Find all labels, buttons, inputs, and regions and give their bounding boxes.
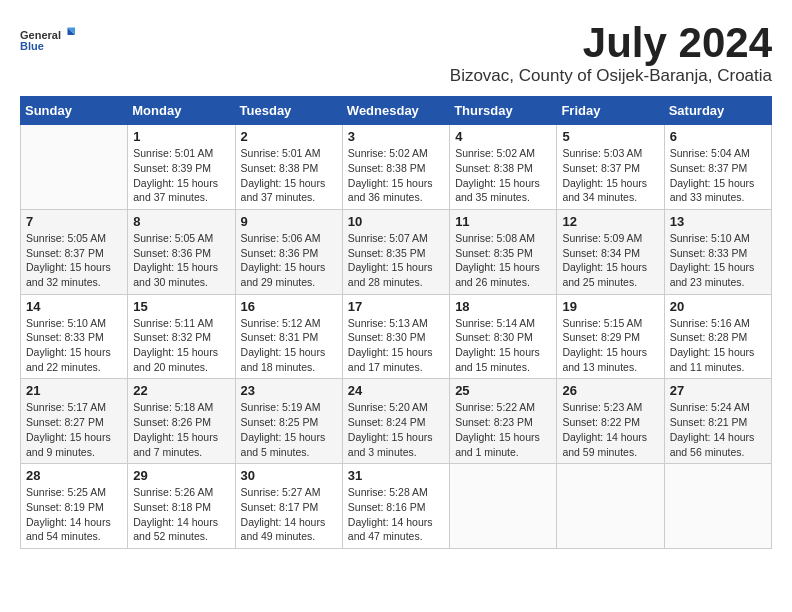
day-info: Sunrise: 5:02 AM Sunset: 8:38 PM Dayligh… <box>348 146 444 205</box>
calendar-cell: 10Sunrise: 5:07 AM Sunset: 8:35 PM Dayli… <box>342 209 449 294</box>
calendar-cell: 16Sunrise: 5:12 AM Sunset: 8:31 PM Dayli… <box>235 294 342 379</box>
day-number: 15 <box>133 299 229 314</box>
day-number: 9 <box>241 214 337 229</box>
calendar-cell: 8Sunrise: 5:05 AM Sunset: 8:36 PM Daylig… <box>128 209 235 294</box>
calendar-cell: 30Sunrise: 5:27 AM Sunset: 8:17 PM Dayli… <box>235 464 342 549</box>
day-info: Sunrise: 5:03 AM Sunset: 8:37 PM Dayligh… <box>562 146 658 205</box>
day-info: Sunrise: 5:20 AM Sunset: 8:24 PM Dayligh… <box>348 400 444 459</box>
week-row-1: 1Sunrise: 5:01 AM Sunset: 8:39 PM Daylig… <box>21 125 772 210</box>
day-info: Sunrise: 5:15 AM Sunset: 8:29 PM Dayligh… <box>562 316 658 375</box>
day-info: Sunrise: 5:18 AM Sunset: 8:26 PM Dayligh… <box>133 400 229 459</box>
week-row-5: 28Sunrise: 5:25 AM Sunset: 8:19 PM Dayli… <box>21 464 772 549</box>
calendar-cell: 4Sunrise: 5:02 AM Sunset: 8:38 PM Daylig… <box>450 125 557 210</box>
calendar-cell: 7Sunrise: 5:05 AM Sunset: 8:37 PM Daylig… <box>21 209 128 294</box>
calendar-cell: 23Sunrise: 5:19 AM Sunset: 8:25 PM Dayli… <box>235 379 342 464</box>
day-number: 22 <box>133 383 229 398</box>
calendar-cell: 26Sunrise: 5:23 AM Sunset: 8:22 PM Dayli… <box>557 379 664 464</box>
calendar-cell: 22Sunrise: 5:18 AM Sunset: 8:26 PM Dayli… <box>128 379 235 464</box>
week-row-3: 14Sunrise: 5:10 AM Sunset: 8:33 PM Dayli… <box>21 294 772 379</box>
weekday-header-tuesday: Tuesday <box>235 97 342 125</box>
day-number: 8 <box>133 214 229 229</box>
day-number: 16 <box>241 299 337 314</box>
day-number: 18 <box>455 299 551 314</box>
day-number: 10 <box>348 214 444 229</box>
day-number: 21 <box>26 383 122 398</box>
day-number: 11 <box>455 214 551 229</box>
day-number: 5 <box>562 129 658 144</box>
week-row-2: 7Sunrise: 5:05 AM Sunset: 8:37 PM Daylig… <box>21 209 772 294</box>
calendar-cell <box>21 125 128 210</box>
calendar-cell: 18Sunrise: 5:14 AM Sunset: 8:30 PM Dayli… <box>450 294 557 379</box>
day-info: Sunrise: 5:06 AM Sunset: 8:36 PM Dayligh… <box>241 231 337 290</box>
day-number: 20 <box>670 299 766 314</box>
day-number: 28 <box>26 468 122 483</box>
calendar-cell: 29Sunrise: 5:26 AM Sunset: 8:18 PM Dayli… <box>128 464 235 549</box>
day-info: Sunrise: 5:05 AM Sunset: 8:37 PM Dayligh… <box>26 231 122 290</box>
day-number: 25 <box>455 383 551 398</box>
day-info: Sunrise: 5:11 AM Sunset: 8:32 PM Dayligh… <box>133 316 229 375</box>
weekday-header-thursday: Thursday <box>450 97 557 125</box>
weekday-header-sunday: Sunday <box>21 97 128 125</box>
title-area: July 2024 Bizovac, County of Osijek-Bara… <box>450 20 772 86</box>
day-info: Sunrise: 5:10 AM Sunset: 8:33 PM Dayligh… <box>670 231 766 290</box>
calendar-cell: 28Sunrise: 5:25 AM Sunset: 8:19 PM Dayli… <box>21 464 128 549</box>
calendar-cell: 1Sunrise: 5:01 AM Sunset: 8:39 PM Daylig… <box>128 125 235 210</box>
location-title: Bizovac, County of Osijek-Baranja, Croat… <box>450 66 772 86</box>
calendar-cell: 19Sunrise: 5:15 AM Sunset: 8:29 PM Dayli… <box>557 294 664 379</box>
day-info: Sunrise: 5:17 AM Sunset: 8:27 PM Dayligh… <box>26 400 122 459</box>
day-number: 14 <box>26 299 122 314</box>
day-number: 4 <box>455 129 551 144</box>
calendar-cell: 2Sunrise: 5:01 AM Sunset: 8:38 PM Daylig… <box>235 125 342 210</box>
day-info: Sunrise: 5:19 AM Sunset: 8:25 PM Dayligh… <box>241 400 337 459</box>
day-info: Sunrise: 5:13 AM Sunset: 8:30 PM Dayligh… <box>348 316 444 375</box>
calendar-cell: 15Sunrise: 5:11 AM Sunset: 8:32 PM Dayli… <box>128 294 235 379</box>
page-header: General Blue July 2024 Bizovac, County o… <box>20 20 772 86</box>
day-number: 12 <box>562 214 658 229</box>
weekday-header-wednesday: Wednesday <box>342 97 449 125</box>
day-number: 24 <box>348 383 444 398</box>
day-number: 3 <box>348 129 444 144</box>
day-number: 7 <box>26 214 122 229</box>
calendar-cell: 12Sunrise: 5:09 AM Sunset: 8:34 PM Dayli… <box>557 209 664 294</box>
calendar-cell: 6Sunrise: 5:04 AM Sunset: 8:37 PM Daylig… <box>664 125 771 210</box>
day-info: Sunrise: 5:14 AM Sunset: 8:30 PM Dayligh… <box>455 316 551 375</box>
weekday-header-row: SundayMondayTuesdayWednesdayThursdayFrid… <box>21 97 772 125</box>
calendar-cell: 17Sunrise: 5:13 AM Sunset: 8:30 PM Dayli… <box>342 294 449 379</box>
day-info: Sunrise: 5:24 AM Sunset: 8:21 PM Dayligh… <box>670 400 766 459</box>
calendar-cell: 14Sunrise: 5:10 AM Sunset: 8:33 PM Dayli… <box>21 294 128 379</box>
calendar-cell: 20Sunrise: 5:16 AM Sunset: 8:28 PM Dayli… <box>664 294 771 379</box>
day-number: 27 <box>670 383 766 398</box>
day-info: Sunrise: 5:01 AM Sunset: 8:38 PM Dayligh… <box>241 146 337 205</box>
day-number: 31 <box>348 468 444 483</box>
calendar-cell: 5Sunrise: 5:03 AM Sunset: 8:37 PM Daylig… <box>557 125 664 210</box>
day-info: Sunrise: 5:10 AM Sunset: 8:33 PM Dayligh… <box>26 316 122 375</box>
calendar-cell: 9Sunrise: 5:06 AM Sunset: 8:36 PM Daylig… <box>235 209 342 294</box>
day-number: 30 <box>241 468 337 483</box>
day-number: 1 <box>133 129 229 144</box>
day-number: 2 <box>241 129 337 144</box>
calendar-cell: 27Sunrise: 5:24 AM Sunset: 8:21 PM Dayli… <box>664 379 771 464</box>
logo: General Blue <box>20 20 80 64</box>
calendar-table: SundayMondayTuesdayWednesdayThursdayFrid… <box>20 96 772 549</box>
svg-text:Blue: Blue <box>20 40 44 52</box>
weekday-header-friday: Friday <box>557 97 664 125</box>
day-number: 19 <box>562 299 658 314</box>
day-info: Sunrise: 5:01 AM Sunset: 8:39 PM Dayligh… <box>133 146 229 205</box>
month-title: July 2024 <box>450 20 772 66</box>
day-number: 13 <box>670 214 766 229</box>
day-info: Sunrise: 5:08 AM Sunset: 8:35 PM Dayligh… <box>455 231 551 290</box>
day-number: 26 <box>562 383 658 398</box>
calendar-cell <box>450 464 557 549</box>
day-info: Sunrise: 5:26 AM Sunset: 8:18 PM Dayligh… <box>133 485 229 544</box>
day-info: Sunrise: 5:16 AM Sunset: 8:28 PM Dayligh… <box>670 316 766 375</box>
weekday-header-saturday: Saturday <box>664 97 771 125</box>
weekday-header-monday: Monday <box>128 97 235 125</box>
day-number: 29 <box>133 468 229 483</box>
day-number: 23 <box>241 383 337 398</box>
calendar-cell: 25Sunrise: 5:22 AM Sunset: 8:23 PM Dayli… <box>450 379 557 464</box>
day-number: 17 <box>348 299 444 314</box>
calendar-cell: 13Sunrise: 5:10 AM Sunset: 8:33 PM Dayli… <box>664 209 771 294</box>
calendar-cell <box>557 464 664 549</box>
day-info: Sunrise: 5:12 AM Sunset: 8:31 PM Dayligh… <box>241 316 337 375</box>
logo-container: General Blue <box>20 20 80 64</box>
